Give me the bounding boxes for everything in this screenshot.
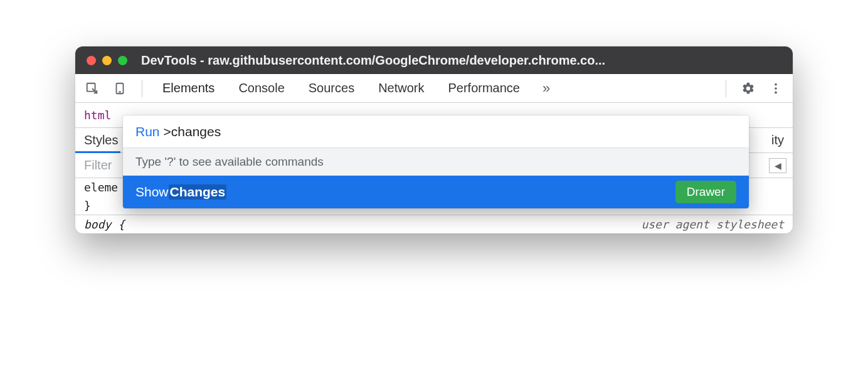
svg-point-4 bbox=[775, 87, 777, 90]
command-query: >changes bbox=[164, 124, 221, 139]
traffic-lights bbox=[87, 56, 127, 65]
drawer-badge: Drawer bbox=[675, 181, 736, 203]
command-hint: Type '?' to see available commands bbox=[123, 148, 749, 176]
divider bbox=[142, 80, 142, 97]
command-result[interactable]: Show Changes Drawer bbox=[123, 176, 749, 208]
html-tag: html bbox=[84, 109, 111, 122]
code-line-body: body { user agent stylesheet bbox=[75, 215, 793, 233]
tab-console[interactable]: Console bbox=[232, 81, 290, 95]
minimize-icon[interactable] bbox=[102, 56, 112, 65]
toggle-computed-icon[interactable]: ◀ bbox=[769, 158, 786, 173]
result-prefix: Show bbox=[135, 184, 169, 200]
selector: body { bbox=[84, 218, 125, 231]
tab-styles[interactable]: Styles bbox=[84, 133, 118, 147]
filter-input[interactable]: Filter bbox=[84, 158, 112, 173]
divider bbox=[726, 80, 726, 97]
close-icon[interactable] bbox=[87, 56, 96, 65]
command-menu: Run >changes Type '?' to see available c… bbox=[123, 115, 749, 208]
kebab-menu-icon[interactable] bbox=[768, 80, 784, 97]
svg-point-5 bbox=[775, 91, 777, 93]
inspect-icon[interactable] bbox=[84, 80, 100, 97]
titlebar: DevTools - raw.githubusercontent.com/Goo… bbox=[75, 46, 793, 74]
svg-point-3 bbox=[775, 83, 777, 85]
command-input-row[interactable]: Run >changes bbox=[123, 115, 749, 148]
more-tabs-icon[interactable]: » bbox=[537, 80, 555, 97]
tab-elements[interactable]: Elements bbox=[156, 81, 221, 95]
run-label: Run bbox=[135, 124, 160, 139]
tab-performance[interactable]: Performance bbox=[442, 81, 527, 95]
tab-sources[interactable]: Sources bbox=[302, 81, 361, 95]
main-toolbar: Elements Console Sources Network Perform… bbox=[75, 74, 793, 103]
tab-accessibility-fragment[interactable]: ity bbox=[771, 133, 784, 147]
window-title: DevTools - raw.githubusercontent.com/Goo… bbox=[141, 53, 605, 68]
tab-network[interactable]: Network bbox=[372, 81, 430, 95]
device-toggle-icon[interactable] bbox=[112, 80, 128, 97]
user-agent-label: user agent stylesheet bbox=[641, 218, 784, 231]
gear-icon[interactable] bbox=[740, 80, 756, 97]
maximize-icon[interactable] bbox=[118, 56, 127, 65]
result-match: Changes bbox=[169, 184, 227, 200]
